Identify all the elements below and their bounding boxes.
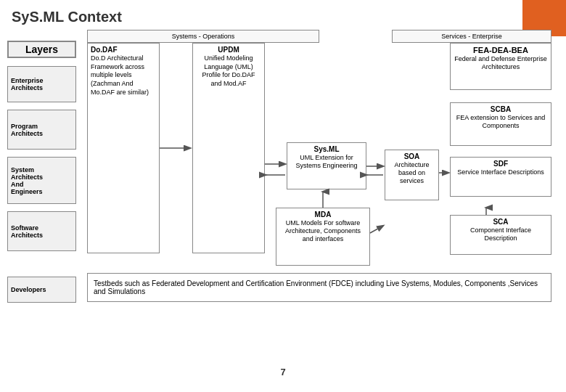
layer-enterprise: EnterpriseArchitects	[7, 66, 76, 102]
layer-system: SystemArchitectsAndEngineers	[7, 157, 76, 204]
updm-box: UPDM Unified Modeling Language (UML) Pro…	[192, 43, 265, 253]
layer-software: SoftwareArchitects	[7, 211, 76, 251]
sysml-box: Sys.ML UML Extension for Systems Enginee…	[287, 142, 366, 189]
sdf-box: SDF Service Interface Descriptions	[450, 157, 551, 197]
fea-box: FEA-DEA-BEA Federal and Defense Enterpri…	[450, 43, 551, 90]
mda-box: MDA UML Models For software Architecture…	[276, 208, 370, 266]
sca-box: SCA Component Interface Description	[450, 215, 551, 255]
svg-line-6	[370, 226, 383, 233]
scba-box: SCBA FEA extension to Services and Compo…	[450, 102, 551, 146]
systems-operations-label: Systems - Operations	[87, 30, 319, 43]
page-number: 7	[0, 367, 566, 377]
dodaf-box: Do.DAF Do.D Architectural Framework acro…	[87, 43, 160, 253]
soa-box: SOA Architecture based on services	[385, 150, 439, 200]
testbeds-box: Testbeds such as Federated Development a…	[87, 273, 551, 302]
layer-developers: Developers	[7, 277, 76, 303]
layers-header: Layers	[7, 41, 76, 58]
page-title: SyS.ML Context	[0, 0, 566, 30]
services-enterprise-label: Services - Enterprise	[392, 30, 551, 43]
layer-program: ProgramArchitects	[7, 110, 76, 150]
